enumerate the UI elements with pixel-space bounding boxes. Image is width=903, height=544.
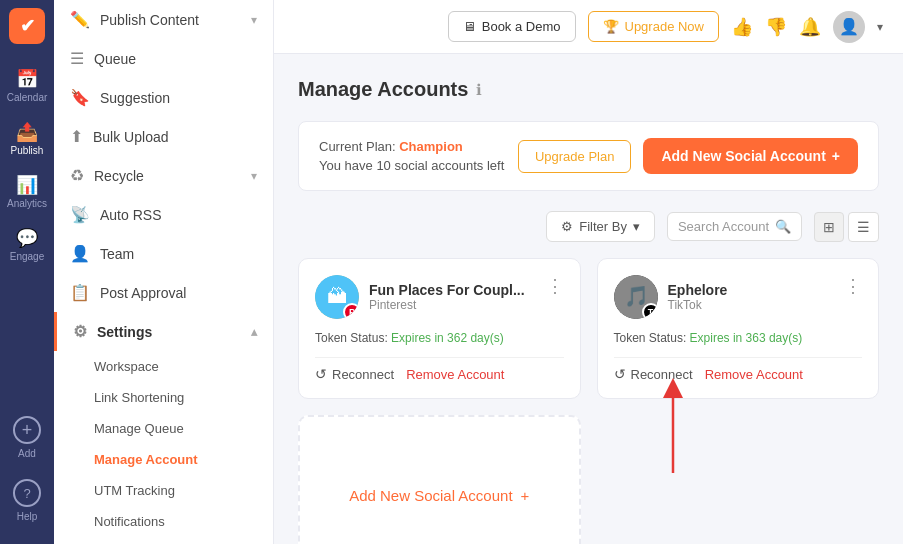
sidebar-item-add[interactable]: + Add: [0, 406, 54, 469]
card-header: 🏔 P Fun Places For Coupl... Pinterest ⋮: [315, 275, 564, 319]
engage-icon: 💬: [16, 229, 38, 247]
sidebar-item-queue[interactable]: ☰ Queue: [54, 39, 273, 78]
list-view-button[interactable]: ☰: [848, 212, 879, 242]
main-content: 🖥 Book a Demo 🏆 Upgrade Now 👍 👎 🔔 👤 ▾ Ma…: [274, 0, 903, 544]
platform-badge-pinterest: P: [343, 303, 359, 319]
sidebar-item-suggestion[interactable]: 🔖 Suggestion: [54, 78, 273, 117]
icon-nav: ✔ 📅 Calendar 📤 Publish 📊 Analytics 💬 Eng…: [0, 0, 54, 544]
account-platform: Pinterest: [369, 298, 536, 312]
account-card-fun-places: 🏔 P Fun Places For Coupl... Pinterest ⋮: [298, 258, 581, 399]
account-avatar: 🏔 P: [315, 275, 359, 319]
filter-icon: ⚙: [561, 219, 573, 234]
account-avatar: 🎵 T: [614, 275, 658, 319]
thumbs-down-icon: 👎: [765, 17, 787, 37]
sidebar-item-notifications[interactable]: Notifications: [94, 506, 273, 537]
current-plan-label: Current Plan: Champion: [319, 139, 504, 154]
reconnect-icon: ↺: [315, 366, 327, 382]
card-info: Fun Places For Coupl... Pinterest: [369, 282, 536, 312]
plan-info: Current Plan: Champion You have 10 socia…: [319, 139, 504, 173]
accounts-grid: 🏔 P Fun Places For Coupl... Pinterest ⋮: [298, 258, 879, 544]
monitor-icon: 🖥: [463, 19, 476, 34]
upgrade-now-button[interactable]: 🏆 Upgrade Now: [588, 11, 720, 42]
platform-badge-tiktok: T: [642, 303, 658, 319]
book-demo-button[interactable]: 🖥 Book a Demo: [448, 11, 576, 42]
account-platform: TikTok: [668, 298, 835, 312]
sidebar-item-post-approval[interactable]: 📋 Post Approval: [54, 273, 273, 312]
sidebar-item-help[interactable]: ? Help: [0, 469, 54, 532]
sidebar-item-calendar[interactable]: 📅 Calendar: [0, 60, 54, 113]
card-menu-button[interactable]: ⋮: [546, 275, 564, 297]
remove-account-button[interactable]: Remove Account: [705, 367, 803, 382]
sidebar-item-publish[interactable]: 📤 Publish: [0, 113, 54, 166]
publish-icon: 📤: [16, 123, 38, 141]
sidebar-item-workspace[interactable]: Workspace: [94, 351, 273, 382]
card-actions: ↺ Reconnect Remove Account: [614, 357, 863, 382]
sidebar-item-bulk-upload[interactable]: ⬆ Bulk Upload: [54, 117, 273, 156]
notification-button[interactable]: 🔔: [799, 16, 821, 38]
reconnect-button[interactable]: ↺ Reconnect: [315, 366, 394, 382]
card-menu-button[interactable]: ⋮: [844, 275, 862, 297]
sidebar-item-publish-content[interactable]: ✏️ Publish Content ▾: [54, 0, 273, 39]
sidebar-item-settings[interactable]: ⚙ Settings ▴: [54, 312, 273, 351]
avatar-chevron[interactable]: ▾: [877, 20, 883, 34]
calendar-icon: 📅: [16, 70, 38, 88]
card-header: 🎵 T Ephelore TikTok ⋮: [614, 275, 863, 319]
add-card-label: Add New Social Account +: [349, 487, 529, 504]
chevron-icon: ▾: [251, 13, 257, 27]
upgrade-plan-button[interactable]: Upgrade Plan: [518, 140, 632, 173]
app-logo[interactable]: ✔: [9, 8, 45, 44]
settings-icon: ⚙: [73, 322, 87, 341]
chevron-icon: ▾: [251, 169, 257, 183]
plan-bar: Current Plan: Champion You have 10 socia…: [298, 121, 879, 191]
dropdown-icon: ▾: [633, 219, 640, 234]
sidebar-item-auto-rss[interactable]: 📡 Auto RSS: [54, 195, 273, 234]
grid-view-button[interactable]: ⊞: [814, 212, 844, 242]
sidebar-item-recycle[interactable]: ♻ Recycle ▾: [54, 156, 273, 195]
help-icon: ?: [13, 479, 41, 507]
page-title: Manage Accounts ℹ: [298, 78, 879, 101]
reconnect-icon: ↺: [614, 366, 626, 382]
rss-icon: 📡: [70, 205, 90, 224]
chevron-up-icon: ▴: [251, 325, 257, 339]
thumbs-down-button[interactable]: 👎: [765, 16, 787, 38]
card-info: Ephelore TikTok: [668, 282, 835, 312]
view-toggle: ⊞ ☰: [814, 212, 879, 242]
add-account-card[interactable]: Add New Social Account +: [298, 415, 581, 544]
list-icon: ☰: [857, 219, 870, 235]
reconnect-button[interactable]: ↺ Reconnect: [614, 366, 693, 382]
sidebar-item-team[interactable]: 👤 Team: [54, 234, 273, 273]
search-icon: 🔍: [775, 219, 791, 234]
pencil-icon: ✏️: [70, 10, 90, 29]
settings-sub-menu: Workspace Link Shortening Manage Queue M…: [54, 351, 273, 537]
page-content: Manage Accounts ℹ Current Plan: Champion…: [274, 54, 903, 544]
accounts-left-label: You have 10 social accounts left: [319, 158, 504, 173]
sidebar: ✏️ Publish Content ▾ ☰ Queue 🔖 Suggestio…: [54, 0, 274, 544]
token-status: Token Status: Expires in 362 day(s): [315, 331, 564, 345]
trophy-icon: 🏆: [603, 19, 619, 34]
thumbs-up-button[interactable]: 👍: [731, 16, 753, 38]
sidebar-item-utm-tracking[interactable]: UTM Tracking: [94, 475, 273, 506]
clipboard-icon: 📋: [70, 283, 90, 302]
user-avatar[interactable]: 👤: [833, 11, 865, 43]
bell-icon: 🔔: [799, 17, 821, 37]
filter-by-button[interactable]: ⚙ Filter By ▾: [546, 211, 655, 242]
avatar-icon: 👤: [839, 17, 859, 36]
sidebar-item-analytics[interactable]: 📊 Analytics: [0, 166, 54, 219]
filter-bar: ⚙ Filter By ▾ Search Account 🔍 ⊞ ☰: [298, 211, 879, 242]
sidebar-item-engage[interactable]: 💬 Engage: [0, 219, 54, 272]
remove-account-button[interactable]: Remove Account: [406, 367, 504, 382]
info-icon: ℹ: [476, 81, 482, 99]
add-social-account-button[interactable]: Add New Social Account +: [643, 138, 858, 174]
add-icon: +: [13, 416, 41, 444]
thumbs-up-icon: 👍: [731, 17, 753, 37]
grid-icon: ⊞: [823, 219, 835, 235]
recycle-icon: ♻: [70, 166, 84, 185]
svg-text:🏔: 🏔: [327, 285, 347, 307]
team-icon: 👤: [70, 244, 90, 263]
sidebar-item-manage-account[interactable]: Manage Account: [94, 444, 273, 475]
account-card-ephelore: 🎵 T Ephelore TikTok ⋮ Token Status:: [597, 258, 880, 399]
topbar: 🖥 Book a Demo 🏆 Upgrade Now 👍 👎 🔔 👤 ▾: [274, 0, 903, 54]
sidebar-item-link-shortening[interactable]: Link Shortening: [94, 382, 273, 413]
search-account-input[interactable]: Search Account 🔍: [667, 212, 802, 241]
sidebar-item-manage-queue[interactable]: Manage Queue: [94, 413, 273, 444]
